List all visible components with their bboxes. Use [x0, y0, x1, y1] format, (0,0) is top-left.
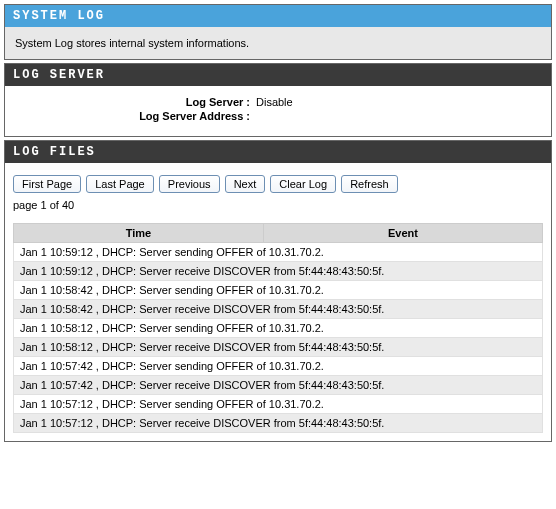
log-server-row: Log Server : Disable — [15, 96, 541, 108]
table-row: Jan 1 10:58:12 , DHCP: Server sending OF… — [14, 319, 543, 338]
table-row: Jan 1 10:59:12 , DHCP: Server receive DI… — [14, 262, 543, 281]
col-event: Event — [263, 224, 542, 243]
pager-text: page 1 of 40 — [13, 199, 543, 211]
log-server-address-value — [256, 110, 541, 122]
system-log-body: System Log stores internal system inform… — [5, 27, 551, 59]
log-files-title: LOG FILES — [5, 141, 551, 163]
col-time: Time — [14, 224, 264, 243]
system-log-title: SYSTEM LOG — [5, 5, 551, 27]
log-server-address-row: Log Server Address : — [15, 110, 541, 122]
previous-button[interactable]: Previous — [159, 175, 220, 193]
log-files-panel: LOG FILES First Page Last Page Previous … — [4, 140, 552, 442]
log-cell: Jan 1 10:58:12 , DHCP: Server sending OF… — [14, 319, 543, 338]
log-table: Time Event Jan 1 10:59:12 , DHCP: Server… — [13, 223, 543, 433]
last-page-button[interactable]: Last Page — [86, 175, 154, 193]
log-files-button-row: First Page Last Page Previous Next Clear… — [13, 175, 543, 193]
refresh-button[interactable]: Refresh — [341, 175, 398, 193]
log-files-body: First Page Last Page Previous Next Clear… — [5, 163, 551, 441]
table-row: Jan 1 10:57:42 , DHCP: Server receive DI… — [14, 376, 543, 395]
system-log-description: System Log stores internal system inform… — [15, 37, 249, 49]
log-cell: Jan 1 10:58:12 , DHCP: Server receive DI… — [14, 338, 543, 357]
log-cell: Jan 1 10:57:42 , DHCP: Server sending OF… — [14, 357, 543, 376]
table-row: Jan 1 10:58:12 , DHCP: Server receive DI… — [14, 338, 543, 357]
log-cell: Jan 1 10:59:12 , DHCP: Server receive DI… — [14, 262, 543, 281]
log-cell: Jan 1 10:57:42 , DHCP: Server receive DI… — [14, 376, 543, 395]
clear-log-button[interactable]: Clear Log — [270, 175, 336, 193]
log-server-value: Disable — [256, 96, 541, 108]
first-page-button[interactable]: First Page — [13, 175, 81, 193]
log-cell: Jan 1 10:58:42 , DHCP: Server sending OF… — [14, 281, 543, 300]
log-server-address-label: Log Server Address : — [15, 110, 256, 122]
log-cell: Jan 1 10:58:42 , DHCP: Server receive DI… — [14, 300, 543, 319]
log-table-header-row: Time Event — [14, 224, 543, 243]
system-log-panel: SYSTEM LOG System Log stores internal sy… — [4, 4, 552, 60]
table-row: Jan 1 10:57:42 , DHCP: Server sending OF… — [14, 357, 543, 376]
log-server-panel: LOG SERVER Log Server : Disable Log Serv… — [4, 63, 552, 137]
log-server-label: Log Server : — [15, 96, 256, 108]
log-server-title: LOG SERVER — [5, 64, 551, 86]
table-row: Jan 1 10:59:12 , DHCP: Server sending OF… — [14, 243, 543, 262]
next-button[interactable]: Next — [225, 175, 266, 193]
table-row: Jan 1 10:57:12 , DHCP: Server sending OF… — [14, 395, 543, 414]
log-cell: Jan 1 10:59:12 , DHCP: Server sending OF… — [14, 243, 543, 262]
table-row: Jan 1 10:57:12 , DHCP: Server receive DI… — [14, 414, 543, 433]
log-cell: Jan 1 10:57:12 , DHCP: Server receive DI… — [14, 414, 543, 433]
table-row: Jan 1 10:58:42 , DHCP: Server sending OF… — [14, 281, 543, 300]
log-cell: Jan 1 10:57:12 , DHCP: Server sending OF… — [14, 395, 543, 414]
log-server-body: Log Server : Disable Log Server Address … — [5, 86, 551, 136]
table-row: Jan 1 10:58:42 , DHCP: Server receive DI… — [14, 300, 543, 319]
